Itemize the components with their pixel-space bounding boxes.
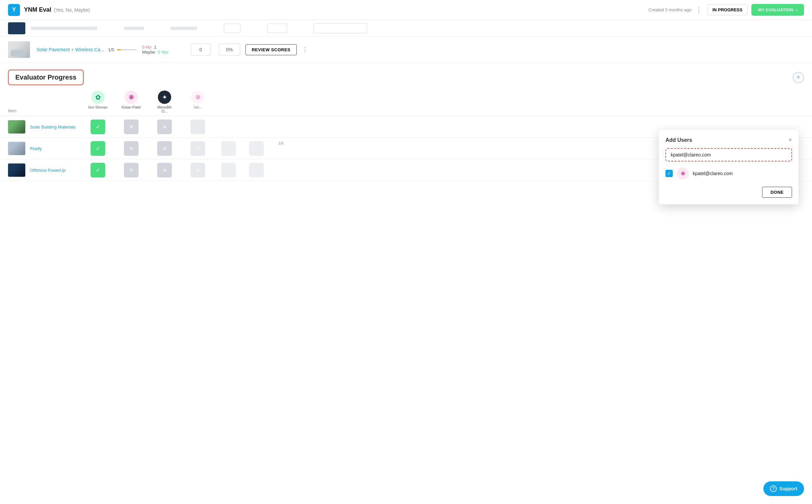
- user-name-meredith: Meredith O...: [154, 105, 174, 113]
- checkbox-check-icon: ✓: [667, 171, 671, 176]
- user-name-ism: Ism Shovan: [88, 105, 108, 109]
- check-icon: ✓: [96, 166, 101, 174]
- x-icon: ✕: [196, 145, 200, 152]
- add-users-trigger-button[interactable]: +: [793, 72, 804, 83]
- status-firefly-1: ✕: [121, 141, 141, 156]
- pct-box: 0%: [219, 44, 240, 56]
- my-evaluation-button[interactable]: MY EVALUATION ›: [751, 4, 804, 16]
- status-solar-building-2: ✕: [154, 120, 174, 134]
- solar-building-thumb: [8, 120, 25, 133]
- solar-building-link[interactable]: Solar Building Materials: [30, 125, 76, 129]
- x-icon: ✕: [162, 167, 167, 173]
- eval-user-col-jak: ❋ Jak...: [188, 91, 208, 113]
- plus-icon: +: [797, 74, 800, 81]
- solar-pavement-vnm: 0 No 1 Maybe 0 Yes: [142, 45, 185, 55]
- offshore-thumb: [8, 163, 25, 177]
- header-more-icon[interactable]: ⋮: [695, 6, 702, 14]
- eval-table-header: Item ✿ Ism Shovan ❋ Ketan Patel ✦ Meredi…: [0, 88, 812, 116]
- x-icon: ✕: [196, 167, 200, 173]
- avatar-meredith: ✦: [158, 91, 171, 104]
- status-button[interactable]: IN PROGRESS: [707, 4, 747, 15]
- x-icon: ✕: [162, 145, 167, 152]
- solar-pavement-progress: 1/5: [108, 47, 138, 52]
- eval-firefly-info: Firefly: [8, 142, 88, 155]
- modal-user-avatar: ❋: [677, 167, 689, 179]
- status-solar-building-0: ✓: [88, 120, 108, 134]
- solar-pavement-row: Solar Pavement + Wireless Ca... 1/5 0 No…: [0, 37, 812, 63]
- firefly-thumb: [8, 142, 25, 155]
- modal-close-button[interactable]: ×: [788, 136, 792, 143]
- top-partial-row: [0, 20, 812, 37]
- x-icon: ✕: [129, 145, 134, 152]
- offshore-link[interactable]: Offshore PowerUp: [30, 168, 66, 173]
- modal-user-email: kpatel@clareo.com: [693, 171, 733, 176]
- status-firefly-0: ✓: [88, 141, 108, 156]
- row-more-icon[interactable]: ⋮: [302, 46, 308, 53]
- page-title: YNM Eval: [24, 6, 51, 13]
- user-name-ketan: Ketan Patel: [122, 105, 141, 109]
- x-icon: ✕: [162, 124, 167, 130]
- solar-pavement-thumb: [8, 41, 30, 58]
- modal-search-input[interactable]: [666, 148, 792, 161]
- yes-count: 0 Yes: [158, 50, 168, 55]
- eval-offshore-info: Offshore PowerUp: [8, 163, 88, 177]
- eval-user-col-ketan: ❋ Ketan Patel: [121, 91, 141, 113]
- status-solar-building-1: ✕: [121, 120, 141, 134]
- firefly-link[interactable]: Firefly: [30, 146, 42, 151]
- eval-user-col-ism: ✿ Ism Shovan: [88, 91, 108, 113]
- status-offshore-3: ✕: [188, 163, 208, 177]
- avatar-jak: ❋: [191, 91, 204, 104]
- add-users-modal: Add Users × ✓ ❋ kpatel@clareo.com DONE: [659, 130, 799, 181]
- avatar-ketan: ❋: [125, 91, 138, 104]
- status-offshore-1: ✕: [121, 163, 141, 177]
- no-count: 0 No: [142, 45, 151, 50]
- chevron-right-icon: ›: [796, 7, 797, 12]
- eval-item-col-label: Item: [8, 108, 88, 113]
- modal-checkbox[interactable]: ✓: [666, 170, 673, 177]
- evaluator-progress-title: Evaluator Progress: [15, 74, 76, 81]
- status-offshore-0: ✓: [88, 163, 108, 177]
- top-partial-thumb: [8, 22, 25, 34]
- check-icon: ✓: [96, 145, 101, 152]
- header-logo: Y: [8, 4, 20, 16]
- eval-user-col-meredith: ✦ Meredith O...: [154, 91, 174, 113]
- eval-solar-building-info: Solar Building Materials: [8, 120, 88, 133]
- user-name-jak: Jak...: [193, 105, 202, 109]
- avatar-ism: ✿: [91, 91, 105, 104]
- review-scores-button[interactable]: REVIEW SCORES: [245, 44, 297, 55]
- header-created: Created 5 months ago: [649, 7, 691, 12]
- status-solar-building-3: [188, 120, 208, 134]
- maybe-label: Maybe: [142, 50, 155, 55]
- score-box: 0: [191, 44, 211, 56]
- modal-title: Add Users: [666, 137, 692, 143]
- modal-user-row: ✓ ❋ kpatel@clareo.com: [666, 165, 792, 181]
- evaluator-progress-title-box: Evaluator Progress: [8, 70, 84, 85]
- check-icon: ✓: [96, 123, 101, 130]
- status-firefly-3: ✕: [188, 141, 208, 156]
- status-offshore-2: ✕: [154, 163, 174, 177]
- evaluator-progress-section: Evaluator Progress +: [0, 63, 812, 88]
- app-header: Y YNM Eval (Yes, No, Maybe) Created 5 mo…: [0, 0, 812, 20]
- x-icon: ✕: [129, 124, 134, 130]
- status-firefly-2: ✕: [154, 141, 174, 156]
- solar-pavement-link[interactable]: Solar Pavement + Wireless Ca...: [37, 47, 104, 52]
- x-icon: ✕: [129, 167, 134, 173]
- header-subtitle: (Yes, No, Maybe): [54, 7, 90, 13]
